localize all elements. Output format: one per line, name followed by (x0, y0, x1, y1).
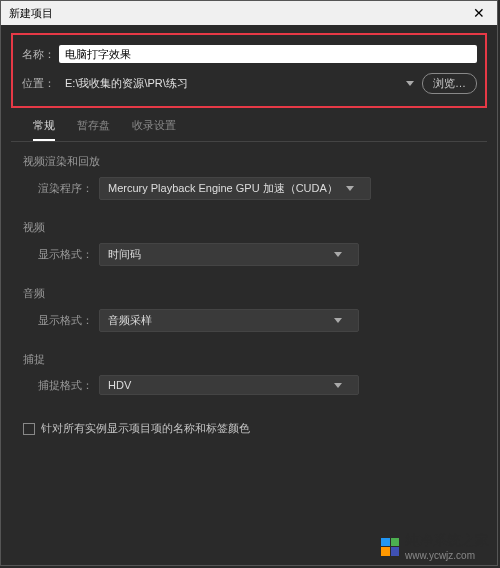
audio-display-row: 显示格式： 音频采样 (23, 309, 475, 332)
location-row: 位置： E:\我收集的资源\PR\练习 浏览… (21, 73, 477, 94)
project-name-input[interactable] (59, 45, 477, 63)
video-display-value: 时间码 (108, 247, 141, 262)
watermark-line2: www.ycwjz.com (405, 550, 489, 561)
capture-format-value: HDV (108, 379, 131, 391)
chevron-down-icon (334, 252, 342, 257)
section-capture: 捕捉 捕捉格式： HDV (1, 340, 497, 403)
video-display-row: 显示格式： 时间码 (23, 243, 475, 266)
name-label: 名称： (21, 47, 55, 62)
highlight-box: 名称： 位置： E:\我收集的资源\PR\练习 浏览… (11, 33, 487, 108)
audio-display-dropdown[interactable]: 音频采样 (99, 309, 359, 332)
location-value: E:\我收集的资源\PR\练习 (59, 74, 398, 93)
renderer-label: 渲染程序： (35, 181, 93, 196)
section-render: 视频渲染和回放 渲染程序： Mercury Playback Engine GP… (1, 142, 497, 208)
video-display-dropdown[interactable]: 时间码 (99, 243, 359, 266)
capture-format-dropdown[interactable]: HDV (99, 375, 359, 395)
watermark-text: 纯净系统之家 www.ycwjz.com (405, 532, 489, 561)
watermark: 纯净系统之家 www.ycwjz.com (381, 532, 489, 561)
location-label: 位置： (21, 76, 55, 91)
chevron-down-icon (346, 186, 354, 191)
video-display-label: 显示格式： (35, 247, 93, 262)
audio-display-value: 音频采样 (108, 313, 152, 328)
dialog-title: 新建项目 (9, 6, 53, 21)
section-title-audio: 音频 (23, 286, 475, 301)
section-audio: 音频 显示格式： 音频采样 (1, 274, 497, 340)
chevron-down-icon (334, 383, 342, 388)
tab-general[interactable]: 常规 (33, 118, 55, 141)
new-project-dialog: 新建项目 ✕ 名称： 位置： E:\我收集的资源\PR\练习 浏览… 常规 暂存… (0, 0, 498, 566)
section-title-render: 视频渲染和回放 (23, 154, 475, 169)
checkbox-row: 针对所有实例显示项目项的名称和标签颜色 (1, 403, 497, 454)
checkbox-label: 针对所有实例显示项目项的名称和标签颜色 (41, 421, 250, 436)
show-names-checkbox[interactable] (23, 423, 35, 435)
browse-button[interactable]: 浏览… (422, 73, 477, 94)
name-row: 名称： (21, 45, 477, 63)
watermark-line1: 纯净系统之家 (405, 532, 489, 550)
section-title-video: 视频 (23, 220, 475, 235)
chevron-down-icon (334, 318, 342, 323)
capture-format-label: 捕捉格式： (35, 378, 93, 393)
renderer-row: 渲染程序： Mercury Playback Engine GPU 加速（CUD… (23, 177, 475, 200)
close-icon[interactable]: ✕ (469, 5, 489, 21)
tab-scratch-disks[interactable]: 暂存盘 (77, 118, 110, 141)
tab-ingest-settings[interactable]: 收录设置 (132, 118, 176, 141)
renderer-value: Mercury Playback Engine GPU 加速（CUDA） (108, 181, 338, 196)
section-title-capture: 捕捉 (23, 352, 475, 367)
audio-display-label: 显示格式： (35, 313, 93, 328)
renderer-dropdown[interactable]: Mercury Playback Engine GPU 加速（CUDA） (99, 177, 371, 200)
titlebar: 新建项目 ✕ (1, 1, 497, 25)
tabs: 常规 暂存盘 收录设置 (11, 108, 487, 142)
watermark-logo-icon (381, 538, 399, 556)
capture-format-row: 捕捉格式： HDV (23, 375, 475, 395)
section-video: 视频 显示格式： 时间码 (1, 208, 497, 274)
chevron-down-icon[interactable] (406, 81, 414, 86)
